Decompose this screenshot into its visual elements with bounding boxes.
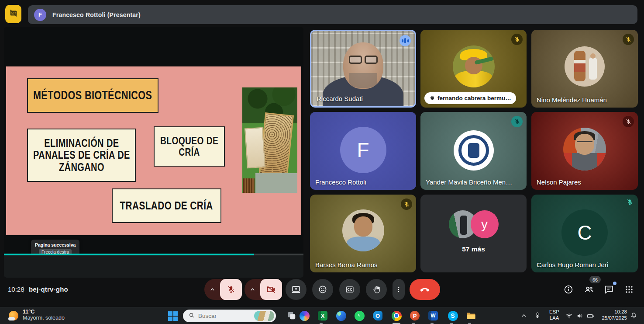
comb-edge bbox=[243, 178, 255, 193]
tray-mic-icon[interactable] bbox=[534, 312, 542, 320]
avatar bbox=[453, 45, 495, 87]
raise-hand-button[interactable] bbox=[366, 279, 387, 300]
search-input[interactable] bbox=[198, 313, 246, 319]
tile-carlos-roman[interactable]: C Carlos Hugo Roman Jeri bbox=[531, 195, 638, 272]
avatar-initial: y bbox=[471, 210, 499, 238]
slide-box-eliminacion: ELIMINACIÓN DE PANALES DE CRÍA DE ZÁNGAN… bbox=[27, 129, 136, 182]
participant-name: Nino Meléndez Huamán bbox=[537, 96, 607, 104]
reactions-button[interactable] bbox=[312, 279, 333, 300]
tile-nelson-pajares[interactable]: Nelson Pajares bbox=[531, 112, 638, 190]
mic-muted-button[interactable] bbox=[220, 279, 242, 300]
search-highlight-image bbox=[254, 311, 274, 321]
powerpoint-icon[interactable]: P bbox=[409, 310, 421, 322]
start-button[interactable] bbox=[168, 311, 177, 321]
tile-barses-berna[interactable]: Barses Berna Ramos bbox=[310, 195, 416, 272]
weather-condition[interactable]: Mayorm. soleado bbox=[23, 315, 65, 321]
meeting-info-button[interactable] bbox=[563, 284, 574, 295]
skype-icon[interactable]: S bbox=[447, 310, 459, 322]
university-seal bbox=[458, 135, 489, 166]
presenter-label: Francesco Rottoli (Presentar) bbox=[52, 11, 141, 18]
participant-name: Yander Mavila Briceño Men… bbox=[426, 178, 512, 186]
slide-box-traslado: TRASLADO DE CRÍA bbox=[112, 188, 221, 223]
weather-icon bbox=[8, 310, 20, 322]
mic-off-icon bbox=[511, 34, 523, 45]
tile-nino-melendez[interactable]: Nino Meléndez Huamán bbox=[531, 30, 638, 108]
participant-name: Riccardo Sudati bbox=[317, 95, 363, 102]
participant-name: Francesco Rottoli bbox=[315, 178, 366, 186]
avatar bbox=[563, 128, 606, 171]
end-call-button[interactable] bbox=[410, 279, 440, 300]
more-call-options-button[interactable] bbox=[393, 279, 405, 300]
windows-taskbar: 11°C Mayorm. soleado X O P W S bbox=[0, 307, 644, 324]
presenter-avatar: F bbox=[34, 9, 46, 21]
presentation-controls: 30/36 bbox=[4, 255, 303, 278]
slide-title-box: MÉTODOS BIOTÉCNICOS bbox=[27, 78, 158, 113]
taskbar-search[interactable] bbox=[183, 310, 276, 322]
tile-fernando-cabrera[interactable]: fernando cabrera bermu… bbox=[420, 30, 527, 108]
copilot-icon[interactable] bbox=[298, 310, 310, 322]
tile-more-participants[interactable]: y 57 más bbox=[420, 195, 527, 272]
participant-name: fernando cabrera bermu… bbox=[437, 95, 511, 101]
screen: { "colors": { "accent_blue": "#8ab4f8", … bbox=[0, 0, 644, 324]
mic-control-group bbox=[204, 279, 242, 300]
slide: MÉTODOS BIOTÉCNICOS ELIMINACIÓN DE PANAL… bbox=[6, 66, 301, 235]
tray-chevron-icon[interactable] bbox=[521, 313, 529, 321]
hive-base bbox=[255, 173, 297, 193]
excel-icon[interactable]: X bbox=[317, 310, 329, 322]
keyboard-hidden-icon bbox=[9, 8, 18, 20]
volume-icon[interactable] bbox=[576, 312, 584, 320]
slide-box-bloqueo: BLOQUEO DE CRÍA bbox=[154, 126, 225, 167]
word-icon[interactable]: W bbox=[427, 310, 439, 322]
stacked-avatars: y bbox=[449, 210, 499, 238]
mic-off-icon bbox=[401, 199, 412, 210]
participant-name: Nelson Pajares bbox=[537, 178, 581, 186]
captions-button[interactable] bbox=[339, 279, 360, 300]
meeting-clock: 10:28 bbox=[8, 286, 24, 293]
participant-name: Carlos Hugo Roman Jeri bbox=[537, 261, 608, 268]
meeting-code: bej-qtrv-gho bbox=[29, 286, 68, 293]
search-icon bbox=[189, 312, 195, 320]
camera-control-group bbox=[245, 279, 282, 300]
mic-off-icon bbox=[623, 34, 634, 45]
presenter-banner: F Francesco Rottoli (Presentar) bbox=[28, 5, 637, 24]
notifications-bell-icon[interactable] bbox=[630, 312, 638, 320]
tile-francesco-rottoli[interactable]: F Francesco Rottoli bbox=[310, 112, 416, 190]
presentation-hidden-indicator[interactable] bbox=[5, 5, 21, 23]
mic-off-icon bbox=[623, 116, 634, 127]
participants-button[interactable] bbox=[584, 284, 594, 295]
chat-button[interactable] bbox=[604, 284, 614, 295]
camera-off-button[interactable] bbox=[260, 279, 282, 300]
avatar-initial: F bbox=[340, 127, 386, 173]
wifi-icon[interactable] bbox=[565, 312, 573, 320]
beehive-photo bbox=[242, 87, 297, 193]
battery-icon[interactable] bbox=[586, 312, 594, 320]
shared-presentation-stage: MÉTODOS BIOTÉCNICOS ELIMINACIÓN DE PANAL… bbox=[4, 27, 303, 278]
chat-notification-dot bbox=[613, 282, 616, 285]
outlook-icon[interactable]: O bbox=[372, 310, 384, 322]
present-screen-button[interactable] bbox=[286, 279, 307, 300]
tile-riccardo-sudati[interactable]: Riccardo Sudati bbox=[310, 30, 416, 108]
whatsapp-icon[interactable] bbox=[353, 310, 365, 322]
chrome-icon[interactable] bbox=[390, 310, 403, 322]
mic-off-icon bbox=[511, 116, 523, 127]
hand-raised-pill: fernando cabrera bermu… bbox=[424, 92, 516, 104]
weather-temp[interactable]: 11°C bbox=[23, 309, 34, 315]
task-view-icon[interactable] bbox=[286, 310, 298, 322]
tray-clock[interactable]: 10:28 25/07/2025 bbox=[599, 309, 627, 321]
avatar bbox=[565, 46, 605, 87]
participants-count-badge: 66 bbox=[589, 276, 601, 283]
avatar-logo bbox=[454, 130, 494, 171]
divider bbox=[24, 286, 24, 293]
mic-off-icon bbox=[626, 199, 634, 208]
edge-icon[interactable] bbox=[335, 310, 347, 322]
tile-yander-mavila[interactable]: Yander Mavila Briceño Men… bbox=[420, 112, 527, 190]
file-explorer-icon[interactable] bbox=[465, 310, 477, 322]
participant-name: Barses Berna Ramos bbox=[315, 261, 378, 268]
slide-title: MÉTODOS BIOTÉCNICOS bbox=[28, 89, 157, 102]
more-participants-count: 57 más bbox=[420, 245, 527, 253]
hand-raised-icon bbox=[429, 95, 435, 102]
language-indicator[interactable]: ESP LAA bbox=[549, 309, 559, 321]
speaking-indicator-icon bbox=[399, 35, 411, 46]
hive-frame-light bbox=[245, 127, 265, 169]
activities-grid-button[interactable] bbox=[624, 284, 634, 295]
